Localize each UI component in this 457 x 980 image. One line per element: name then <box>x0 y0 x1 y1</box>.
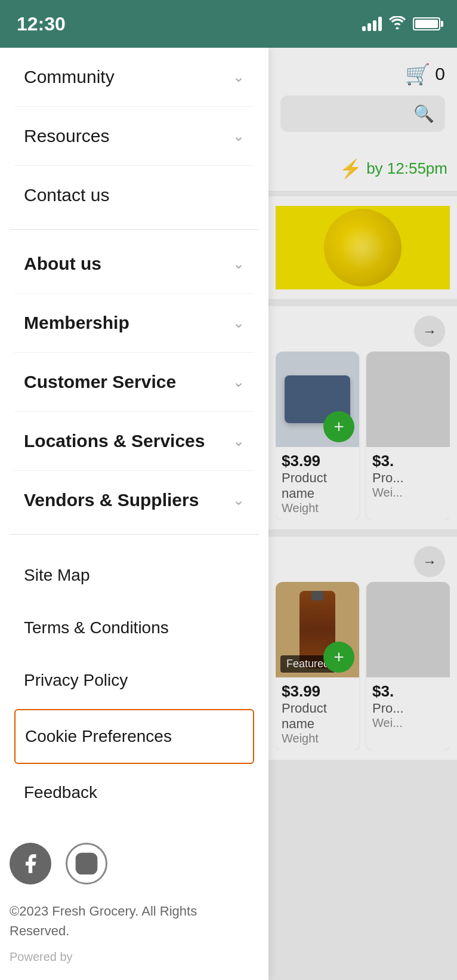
chevron-icon-customer-service: ⌄ <box>233 374 245 390</box>
add-to-cart-blanket[interactable]: + <box>323 411 354 442</box>
nav-item-community[interactable]: Community ⌄ <box>14 48 254 107</box>
product-weight-2: Wei... <box>372 486 444 500</box>
footer-item-cookie[interactable]: Cookie Preferences <box>14 709 254 764</box>
footer-item-feedback[interactable]: Feedback <box>14 766 254 819</box>
product-info-coffee: $3.99 Product name Weight <box>276 677 359 750</box>
product-name-coffee: Product name <box>282 701 353 732</box>
product-card-coffee: Featured + $3.99 Product name Weight <box>276 582 359 750</box>
product-image-lemon <box>276 206 450 289</box>
page-container: Community ⌄ Resources ⌄ Contact us About… <box>0 48 457 980</box>
product-price-2: $3. <box>372 452 444 470</box>
chevron-icon-community: ⌄ <box>233 69 245 85</box>
product-name-blanket: Product name <box>282 470 353 501</box>
product-row-2: → + $3.99 Product name Weight <box>268 306 457 529</box>
right-content: 🛒 0 🔍 ⚡ by 12:55pm → <box>268 48 457 980</box>
copyright-text: ©2023 Fresh Grocery. All Rights Reserved… <box>0 894 268 945</box>
row2-header: → <box>276 316 450 347</box>
status-bar: 12:30 <box>0 0 457 48</box>
chevron-icon-resources: ⌄ <box>233 128 245 144</box>
chevron-icon-vendors: ⌄ <box>233 492 245 509</box>
product-image-3 <box>366 582 450 677</box>
nav-label-locations: Locations & Services <box>24 431 205 451</box>
social-icons <box>0 828 268 894</box>
product-weight-blanket: Weight <box>282 501 353 515</box>
cart-icon[interactable]: 🛒 <box>405 62 430 86</box>
product-price-3: $3. <box>372 682 444 701</box>
nav-main-section: About us ⌄ Membership ⌄ Customer Service… <box>0 235 268 529</box>
product-image-coffee: Featured + <box>276 582 359 677</box>
status-icons <box>362 15 440 33</box>
row3-header: → <box>276 546 450 577</box>
arrow-right-icon[interactable]: → <box>414 316 445 347</box>
nav-item-about[interactable]: About us ⌄ <box>14 235 254 294</box>
right-top: 🛒 0 🔍 <box>268 48 457 146</box>
footer-section: Site Map Terms & Conditions Privacy Poli… <box>0 540 268 828</box>
footer-item-sitemap[interactable]: Site Map <box>14 549 254 602</box>
nav-item-customer-service[interactable]: Customer Service ⌄ <box>14 353 254 412</box>
divider-1 <box>10 229 259 230</box>
nav-item-contact[interactable]: Contact us <box>14 166 254 224</box>
chevron-icon-membership: ⌄ <box>233 315 245 331</box>
bolt-icon: ⚡ <box>339 158 362 179</box>
cart-count: 0 <box>435 64 445 84</box>
product-card-2: $3. Pro... Wei... <box>366 352 450 520</box>
svg-point-1 <box>82 859 90 867</box>
nav-top-section: Community ⌄ Resources ⌄ Contact us <box>0 48 268 224</box>
product-image-blanket: + <box>276 352 359 447</box>
product-cards-row2: + $3.99 Product name Weight $3. Pro... <box>276 352 450 520</box>
product-name-2: Pro... <box>372 470 444 486</box>
cart-row: 🛒 0 <box>280 62 445 86</box>
add-to-cart-coffee[interactable]: + <box>323 642 354 673</box>
product-name-3: Pro... <box>372 701 444 716</box>
product-weight-coffee: Weight <box>282 732 353 745</box>
product-price-coffee: $3.99 <box>282 682 353 701</box>
nav-label-resources: Resources <box>24 126 109 146</box>
facebook-icon[interactable] <box>10 843 51 885</box>
products-area: → + $3.99 Product name Weight <box>268 192 457 980</box>
status-time: 12:30 <box>17 13 66 35</box>
product-info-2: $3. Pro... Wei... <box>366 447 450 504</box>
search-bar[interactable]: 🔍 <box>280 95 445 132</box>
footer-item-terms[interactable]: Terms & Conditions <box>14 602 254 654</box>
nav-label-contact: Contact us <box>24 185 109 205</box>
product-card-blanket: + $3.99 Product name Weight <box>276 352 359 520</box>
chevron-icon-locations: ⌄ <box>233 433 245 449</box>
nav-label-membership: Membership <box>24 313 129 333</box>
battery-icon <box>413 17 440 30</box>
nav-item-resources[interactable]: Resources ⌄ <box>14 107 254 166</box>
product-weight-3: Wei... <box>372 716 444 730</box>
search-icon: 🔍 <box>413 104 434 124</box>
powered-by-text: Powered by <box>0 945 268 978</box>
nav-item-membership[interactable]: Membership ⌄ <box>14 294 254 353</box>
product-row-3: → Featured + $3.99 Product name Weight <box>268 537 457 760</box>
product-info-blanket: $3.99 Product name Weight <box>276 447 359 520</box>
nav-item-locations[interactable]: Locations & Services ⌄ <box>14 412 254 471</box>
nav-item-vendors[interactable]: Vendors & Suppliers ⌄ <box>14 471 254 529</box>
delivery-text: by 12:55pm <box>366 159 447 178</box>
nav-label-community: Community <box>24 67 115 87</box>
product-card-3: $3. Pro... Wei... <box>366 582 450 750</box>
product-info-3: $3. Pro... Wei... <box>366 677 450 735</box>
navigation-drawer: Community ⌄ Resources ⌄ Contact us About… <box>0 48 268 980</box>
wifi-icon <box>389 15 406 33</box>
product-row-1 <box>268 196 457 299</box>
arrow-right-icon-2[interactable]: → <box>414 546 445 577</box>
lemon-shape <box>324 209 402 286</box>
product-price-blanket: $3.99 <box>282 452 353 470</box>
svg-point-2 <box>91 857 93 859</box>
chevron-icon-about: ⌄ <box>233 255 245 272</box>
signal-icon <box>362 17 382 31</box>
nav-label-about: About us <box>24 254 101 274</box>
product-cards-row3: Featured + $3.99 Product name Weight $3. <box>276 582 450 750</box>
product-image-2 <box>366 352 450 447</box>
nav-label-customer-service: Customer Service <box>24 372 176 392</box>
delivery-bar: ⚡ by 12:55pm <box>268 146 457 192</box>
nav-label-vendors: Vendors & Suppliers <box>24 490 199 510</box>
divider-2 <box>10 534 259 535</box>
footer-item-privacy[interactable]: Privacy Policy <box>14 654 254 707</box>
instagram-icon[interactable] <box>66 843 107 885</box>
